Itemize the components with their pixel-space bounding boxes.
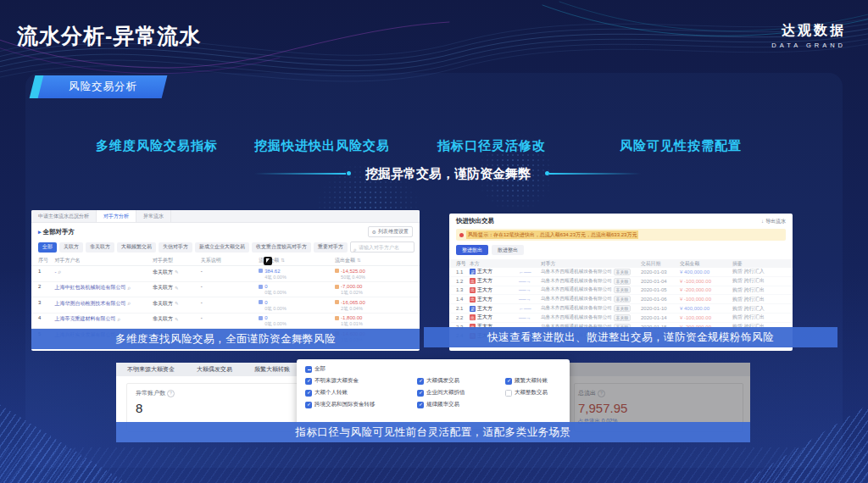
outflow-amount: -14,525.00	[335, 269, 413, 274]
transaction-date: 2020-01-14	[641, 315, 680, 320]
page-title: 流水分析-异常流水	[17, 22, 201, 50]
transaction-amount: ¥ 400,000.00	[680, 306, 732, 311]
direction-arrow: ←────→	[519, 287, 541, 292]
edit-icon[interactable]	[175, 301, 179, 306]
search-box[interactable]	[350, 242, 415, 253]
checkbox-icon	[505, 378, 512, 385]
right-caption: 快速查看整进散出、散进整出交易，谨防资金规模粉饰风险	[424, 327, 837, 347]
checkbox-icon	[305, 378, 312, 385]
edit-icon[interactable]	[175, 269, 179, 275]
inflow-amount: 0	[259, 315, 335, 320]
filter-chip[interactable]: 收支重合度较高对手方	[252, 242, 311, 253]
checkbox-option[interactable]: 企业间大额拆借	[417, 389, 502, 397]
mode-tab[interactable]: 整进散出	[456, 245, 488, 255]
transaction-date: 2020-01-10	[641, 306, 680, 311]
counterparty-tag: 非关联	[614, 314, 631, 321]
list-settings-button[interactable]: 列表维度设置	[368, 226, 413, 237]
checkbox-option[interactable]: 频繁大额转账	[505, 377, 561, 385]
sort-icon[interactable]	[279, 258, 285, 263]
filter-chip[interactable]: 大额频繁交易	[117, 242, 156, 253]
filter-chip-row: 全部关联方非关联方大额频繁交易失信对手方新成立企业大额交易收支重合度较高对手方重…	[31, 239, 420, 255]
brand-logo-en: DATA GRAND	[771, 42, 846, 49]
search-icon[interactable]	[118, 316, 121, 323]
amount-chart-icon	[335, 316, 339, 320]
search-icon	[353, 240, 357, 255]
counterparty-name: 上海帝克重建材料有限公司	[55, 315, 116, 323]
checkbox-icon	[417, 378, 424, 385]
filter-chip[interactable]: 重要对手方	[314, 242, 348, 253]
direction-arrow: ←────→	[519, 269, 541, 275]
mode-tab[interactable]: 散进整出	[492, 245, 524, 255]
relation-cell: -	[201, 269, 259, 274]
checkbox-indeterminate-icon	[305, 366, 312, 373]
transaction-header-row: 序号 本方 对手方 交易日期 交易金额 摘要	[449, 259, 793, 268]
checkbox-option[interactable]: 大额偶发交易	[417, 377, 502, 385]
counterparty-type: 非关联方	[153, 284, 173, 291]
transaction-row: 2.1 进出 王大方 ←────→ 乌鲁木齐西顺通机械设备有限公司非关联 202…	[449, 304, 793, 314]
filter-chip[interactable]: 失信对手方	[159, 242, 192, 253]
checkbox-icon	[417, 402, 424, 408]
checkbox-option[interactable]: 跨境交易和国际资金转移	[305, 401, 414, 408]
gear-icon	[372, 229, 376, 235]
brand-logo: 达观数据 DATA GRAND	[771, 22, 846, 49]
checkbox-option[interactable]: 大额个人转账	[305, 389, 414, 397]
counterparty-name: 上海华测自动检测技术有限公司	[55, 300, 126, 308]
amount-chart-icon	[259, 316, 263, 320]
table-row: 3 上海华测自动检测技术有限公司 非关联方 - 00笔 0.00% -16,06…	[31, 297, 420, 314]
checkbox-option[interactable]: 大额整数交易	[505, 389, 561, 397]
tag-body: 风险交易分析	[38, 75, 168, 98]
bottom-tab[interactable]: 频繁大额转账	[243, 365, 301, 374]
risk-alert-bar: 风险提示：存在12笔快进快出，总流入额634.23万元，总流出额633.23万元	[456, 229, 786, 241]
filter-chip[interactable]: 全部	[38, 242, 57, 253]
amount-chart-icon	[259, 285, 263, 289]
counterparty-tag: 非关联	[614, 269, 631, 275]
inflow-amount: 0	[259, 284, 335, 289]
inflow-amount: 384.62	[259, 269, 335, 274]
transaction-summary: 购货 跨行汇入	[732, 305, 786, 313]
checkbox-icon	[417, 390, 424, 397]
edit-icon[interactable]	[175, 286, 179, 291]
checkbox-option[interactable]: 规律频率交易	[417, 401, 502, 408]
edit-icon[interactable]	[175, 317, 179, 322]
search-icon[interactable]	[58, 269, 62, 275]
counterparty-name: 乌鲁木齐西顺通机械设备有限公司	[541, 269, 612, 275]
sort-icon[interactable]	[355, 258, 361, 263]
table-row: 2 上海申虹包装机械制造有限公司 非关联方 - 00笔 0.00% -7,000…	[31, 282, 420, 298]
transaction-amount: ¥ 400,000.00	[680, 269, 732, 275]
checkbox-grid: 不明来源大额资金 大额偶发交易 频繁大额转账 大额个人转账	[305, 377, 561, 408]
left-tab[interactable]: 对手方分析	[97, 210, 136, 222]
filter-chip[interactable]: 非关联方	[86, 242, 114, 253]
transaction-date: 2020-01-04	[641, 279, 680, 284]
center-note: 挖掘异常交易，谨防资金舞弊	[349, 166, 547, 182]
search-input[interactable]	[359, 245, 411, 250]
direction-badge: 进出	[470, 278, 476, 284]
transaction-summary: 购货 跨行汇出	[732, 314, 786, 321]
counterparty-name: 乌鲁木齐西顺通机械设备有限公司	[541, 305, 612, 312]
transaction-date: 2020-01-06	[641, 297, 680, 302]
section-row: 全部对手方 列表维度设置	[31, 223, 420, 239]
checkbox-option-all[interactable]: 全部	[305, 365, 561, 373]
direction-badge: 进出	[470, 269, 476, 275]
alert-dot-icon	[459, 233, 464, 237]
transaction-row: 1.3 进出 王大方 ←────→ 乌鲁木齐西顺通机械设备有限公司非关联 202…	[449, 286, 793, 296]
filter-chip[interactable]: 新成立企业大额交易	[195, 242, 249, 253]
counterparty-name: 上海申虹包装机械制造有限公司	[55, 284, 126, 291]
checkbox-icon	[305, 402, 312, 408]
amount-chart-icon	[259, 300, 263, 304]
left-tab[interactable]: 异常流水	[136, 210, 171, 222]
counterparty-name: 乌鲁木齐西顺通机械设备有限公司	[541, 314, 612, 321]
connector-line-right	[549, 173, 641, 175]
left-tab[interactable]: 申请主体流水总况分析	[31, 210, 97, 222]
search-icon[interactable]	[128, 300, 131, 307]
inflow-amount: 0	[259, 300, 335, 305]
checkbox-icon	[505, 390, 512, 397]
bottom-tab[interactable]: 大额偶发交易	[186, 365, 243, 374]
direction-arrow: ←────→	[519, 279, 541, 284]
bottom-tab[interactable]: 不明来源大额资金	[116, 365, 186, 374]
brand-logo-cn: 达观数据	[771, 22, 846, 40]
checkbox-option[interactable]: 不明来源大额资金	[305, 377, 414, 385]
party-name: 王大方	[477, 314, 492, 321]
export-link[interactable]: 导出流水	[761, 218, 786, 225]
search-icon[interactable]	[128, 285, 131, 291]
filter-chip[interactable]: 关联方	[59, 242, 83, 253]
